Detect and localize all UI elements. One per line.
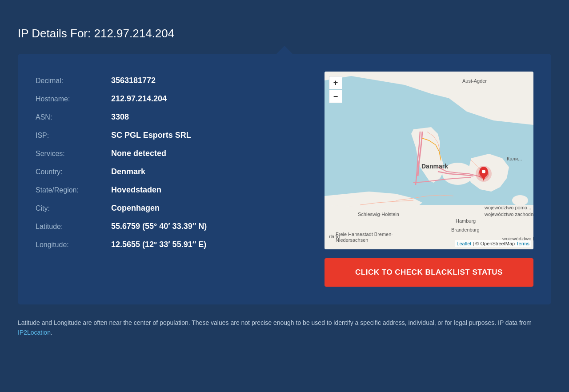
isp-value: SC PGL Esports SRL (111, 131, 191, 140)
blacklist-button[interactable]: CLICK TO CHECK BLACKLIST STATUS (325, 258, 533, 287)
country-value: Denmark (111, 167, 145, 176)
state-row: State/Region: Hovedstaden (36, 181, 307, 199)
latitude-label: Latitude: (36, 223, 111, 231)
latitude-value: 55.6759 (55° 40′ 33.39″ N) (111, 222, 207, 231)
map-attribution: Leaflet | © OpenStreetMap Terms (455, 240, 531, 247)
asn-value: 3308 (111, 112, 129, 122)
footnote-text-before: Latitude and Longitude are often near th… (18, 319, 532, 326)
hostname-row: Hostname: 212.97.214.204 (36, 90, 307, 108)
isp-row: ISP: SC PGL Esports SRL (36, 126, 307, 144)
isp-label: ISP: (36, 132, 111, 140)
ip2location-link[interactable]: IP2Location (18, 329, 51, 336)
longitude-value: 12.5655 (12° 33′ 55.91″ E) (111, 240, 206, 249)
map-label-ns: Freie Hansestadt Bremen- (336, 232, 393, 237)
asn-label: ASN: (36, 113, 111, 121)
svg-point-11 (482, 170, 485, 173)
country-label: Country: (36, 168, 111, 176)
services-row: Services: None detected (36, 144, 307, 163)
decimal-value: 3563181772 (111, 76, 156, 85)
footnote-text-after: . (51, 329, 52, 336)
zoom-in-button[interactable]: + (329, 76, 342, 89)
state-value: Hovedstaden (111, 185, 161, 195)
services-value: None detected (111, 149, 166, 158)
map-label-denmark: Danmark (421, 163, 448, 170)
svg-point-5 (512, 195, 528, 206)
map-label-wp1: województwo zachodnio... (484, 212, 533, 217)
map-container[interactable]: Danmark Schleswig-Holstein Freie Hansest… (325, 72, 533, 249)
city-label: City: (36, 204, 111, 212)
hostname-value: 212.97.214.204 (111, 94, 167, 104)
page-title: IP Details For: 212.97.214.204 (18, 27, 551, 40)
terms-link[interactable]: Terms (516, 241, 529, 246)
map-controls: + − (329, 76, 342, 103)
longitude-row: Longitude: 12.5655 (12° 33′ 55.91″ E) (36, 236, 307, 254)
map-label-rland: rland (329, 234, 340, 239)
decimal-label: Decimal: (36, 77, 111, 85)
city-value: Copenhagen (111, 204, 160, 213)
footnote: Latitude and Longitude are often near th… (18, 318, 551, 338)
map-label-wp2: województwo pomo... (484, 205, 531, 210)
services-label: Services: (36, 150, 111, 158)
map-label-hamburgo: Hamburg (456, 218, 476, 224)
asn-row: ASN: 3308 (36, 108, 307, 126)
city-row: City: Copenhagen (36, 199, 307, 217)
decimal-row: Decimal: 3563181772 (36, 72, 307, 90)
map-marker (476, 166, 492, 182)
info-section: Decimal: 3563181772 Hostname: 212.97.214… (36, 72, 307, 287)
map-svg: Danmark Schleswig-Holstein Freie Hansest… (325, 72, 533, 249)
zoom-out-button[interactable]: − (329, 90, 342, 103)
map-label-sh: Schleswig-Holstein (358, 212, 399, 217)
leaflet-link[interactable]: Leaflet (457, 241, 471, 246)
map-label-bb: Brandenburg (451, 227, 480, 232)
latitude-row: Latitude: 55.6759 (55° 40′ 33.39″ N) (36, 217, 307, 236)
ip-details-card: Decimal: 3563181772 Hostname: 212.97.214… (18, 54, 551, 304)
longitude-label: Longitude: (36, 241, 111, 249)
hostname-label: Hostname: (36, 95, 111, 103)
osm-text: | © OpenStreetMap (471, 241, 516, 246)
map-label-kalin: Кали... (507, 156, 522, 161)
map-section: Danmark Schleswig-Holstein Freie Hansest… (325, 72, 533, 287)
page-wrapper: IP Details For: 212.97.214.204 Decimal: … (18, 27, 551, 338)
country-row: Country: Denmark (36, 163, 307, 181)
state-label: State/Region: (36, 186, 111, 194)
map-label-austag: Aust-Agder (462, 78, 487, 84)
map-label-ns2: Niedersachsen (336, 237, 368, 243)
